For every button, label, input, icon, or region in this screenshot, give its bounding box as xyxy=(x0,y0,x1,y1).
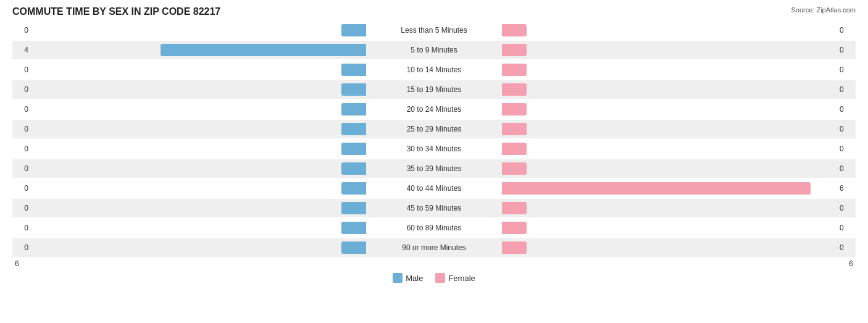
female-value: 0 xyxy=(837,224,856,232)
female-value: 0 xyxy=(837,204,856,212)
male-bar-wrap xyxy=(31,123,366,135)
female-bar-wrap xyxy=(502,24,837,36)
row-label: 90 or more Minutes xyxy=(366,243,502,252)
male-bar-zero xyxy=(341,182,366,195)
bar-row: 060 to 89 Minutes0 xyxy=(12,219,856,237)
female-bar-wrap xyxy=(502,241,837,254)
female-bar-wrap xyxy=(502,123,837,135)
bar-row: 025 to 29 Minutes0 xyxy=(12,120,856,138)
male-bar-zero xyxy=(341,103,366,115)
female-bar-zero xyxy=(502,143,527,155)
chart-container: COMMUTE TIME BY SEX IN ZIP CODE 82217 So… xyxy=(0,0,868,323)
female-bar-zero xyxy=(502,222,527,234)
male-bar-zero xyxy=(341,24,366,36)
row-label: 30 to 34 Minutes xyxy=(366,145,502,153)
male-value: 0 xyxy=(12,125,31,133)
male-bar-wrap xyxy=(31,24,366,36)
bar-row: 015 to 19 Minutes0 xyxy=(12,80,856,99)
male-bar xyxy=(161,44,366,56)
female-bar-zero xyxy=(502,162,527,175)
bar-row: 030 to 34 Minutes0 xyxy=(12,140,856,158)
male-legend-label: Male xyxy=(406,274,423,283)
male-bar-wrap xyxy=(31,83,366,96)
bar-row: 020 to 24 Minutes0 xyxy=(12,100,856,119)
male-bar-zero xyxy=(341,202,366,214)
male-value: 0 xyxy=(12,105,31,114)
legend-female: Female xyxy=(435,273,475,283)
bar-row: 035 to 39 Minutes0 xyxy=(12,159,856,178)
male-value: 0 xyxy=(12,224,31,232)
chart-inner: 0Less than 5 Minutes045 to 9 Minutes0010… xyxy=(12,21,856,257)
male-value: 0 xyxy=(12,85,31,94)
male-bar-zero xyxy=(341,83,366,96)
bar-row: 010 to 14 Minutes0 xyxy=(12,61,856,79)
female-value: 0 xyxy=(837,26,856,35)
row-label: 45 to 59 Minutes xyxy=(366,204,502,212)
female-bar-wrap xyxy=(502,182,837,195)
female-bar-zero xyxy=(502,44,527,56)
female-bar-zero xyxy=(502,103,527,115)
male-bar-zero xyxy=(341,241,366,254)
chart-title: COMMUTE TIME BY SEX IN ZIP CODE 82217 xyxy=(12,6,856,17)
bar-row: 090 or more Minutes0 xyxy=(12,238,856,257)
male-bar-wrap xyxy=(31,44,366,56)
female-value: 0 xyxy=(837,243,856,252)
female-bar-wrap xyxy=(502,44,837,56)
row-label: 5 to 9 Minutes xyxy=(366,46,502,54)
row-label: 25 to 29 Minutes xyxy=(366,125,502,133)
female-bar-zero xyxy=(502,24,527,36)
female-bar-zero xyxy=(502,64,527,76)
male-bar-zero xyxy=(341,123,366,135)
female-bar-zero xyxy=(502,83,527,96)
male-value: 0 xyxy=(12,243,31,252)
source-text: Source: ZipAtlas.com xyxy=(791,6,856,14)
female-value: 0 xyxy=(837,85,856,94)
male-bar-wrap xyxy=(31,202,366,214)
female-bar-wrap xyxy=(502,64,837,76)
male-bar-zero xyxy=(341,222,366,234)
row-label: 40 to 44 Minutes xyxy=(366,184,502,193)
female-bar-wrap xyxy=(502,222,837,234)
male-legend-box xyxy=(393,273,403,283)
female-bar-zero xyxy=(502,123,527,135)
row-label: Less than 5 Minutes xyxy=(366,26,502,35)
bottom-row: 6 6 xyxy=(12,259,856,268)
male-value: 0 xyxy=(12,145,31,153)
row-label: 15 to 19 Minutes xyxy=(366,85,502,94)
female-value: 0 xyxy=(837,164,856,173)
bar-row: 45 to 9 Minutes0 xyxy=(12,41,856,59)
bottom-right-value: 6 xyxy=(849,259,853,268)
female-bar-wrap xyxy=(502,103,837,115)
male-value: 0 xyxy=(12,204,31,212)
male-bar-zero xyxy=(341,143,366,155)
female-value: 0 xyxy=(837,46,856,54)
male-bar-wrap xyxy=(31,241,366,254)
female-value: 0 xyxy=(837,125,856,133)
male-bar-wrap xyxy=(31,103,366,115)
male-value: 0 xyxy=(12,184,31,193)
male-bar-zero xyxy=(341,162,366,175)
male-bar-wrap xyxy=(31,222,366,234)
female-bar-wrap xyxy=(502,83,837,96)
female-value: 0 xyxy=(837,105,856,114)
female-bar xyxy=(502,182,811,195)
male-bar-wrap xyxy=(31,182,366,195)
row-label: 20 to 24 Minutes xyxy=(366,105,502,114)
bar-row: 045 to 59 Minutes0 xyxy=(12,199,856,217)
female-bar-wrap xyxy=(502,143,837,155)
row-label: 10 to 14 Minutes xyxy=(366,65,502,74)
bar-row: 040 to 44 Minutes6 xyxy=(12,179,856,198)
female-legend-box xyxy=(435,273,445,283)
legend: Male Female xyxy=(12,273,856,283)
female-bar-wrap xyxy=(502,202,837,214)
bar-row: 0Less than 5 Minutes0 xyxy=(12,21,856,40)
row-label: 60 to 89 Minutes xyxy=(366,224,502,232)
male-value: 0 xyxy=(12,164,31,173)
female-bar-zero xyxy=(502,202,527,214)
female-bar-wrap xyxy=(502,162,837,175)
female-bar-zero xyxy=(502,241,527,254)
female-value: 0 xyxy=(837,65,856,74)
male-bar-wrap xyxy=(31,143,366,155)
female-value: 6 xyxy=(837,184,856,193)
legend-male: Male xyxy=(393,273,423,283)
